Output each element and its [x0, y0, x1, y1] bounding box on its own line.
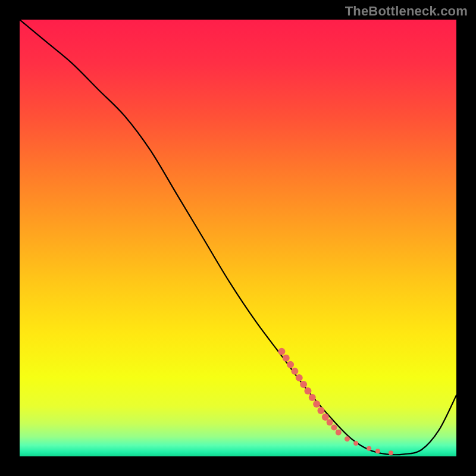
highlight-dot [296, 374, 303, 381]
highlight-dot [313, 400, 320, 408]
plot-area [20, 20, 456, 456]
highlight-dot [331, 425, 337, 431]
highlight-dot [291, 368, 298, 375]
highlight-dot [278, 348, 285, 355]
highlight-dot [345, 436, 350, 441]
chart-frame: TheBottleneck.com [0, 0, 476, 476]
highlight-dot [304, 387, 311, 394]
highlight-dot [317, 407, 324, 414]
highlight-dot [287, 361, 294, 368]
highlight-dots [20, 20, 456, 456]
highlight-dot [309, 394, 316, 401]
highlight-dot [375, 449, 380, 453]
highlight-dot [367, 446, 371, 451]
highlight-dot [327, 419, 333, 425]
highlight-dot [283, 355, 290, 362]
highlight-dot [322, 414, 329, 421]
highlight-dot [389, 450, 393, 455]
highlight-dot [336, 430, 342, 436]
highlight-dot [300, 381, 307, 388]
watermark-text: TheBottleneck.com [345, 4, 468, 19]
highlight-dot [353, 441, 358, 446]
